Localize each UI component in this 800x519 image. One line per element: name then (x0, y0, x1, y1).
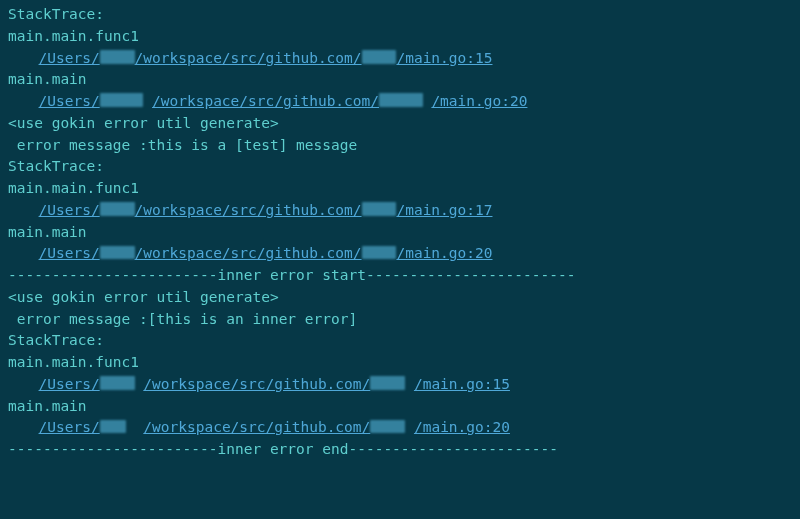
stack-path-line: /Users/ /workspace/src/github.com/ /main… (8, 417, 792, 439)
stack-frame-func1: main.main.func1 (8, 178, 792, 200)
gokin-header: <use gokin error util generate> (8, 113, 792, 135)
file-path-link[interactable]: /workspace/src/github.com/ (135, 50, 362, 66)
redacted-segment (100, 376, 135, 390)
redacted-segment (362, 246, 397, 260)
error-message: error message :this is a [test] message (8, 135, 792, 157)
file-path-link[interactable]: /Users/ (39, 93, 100, 109)
stack-frame-main: main.main (8, 222, 792, 244)
stack-frame-func1: main.main.func1 (8, 26, 792, 48)
file-path-link[interactable]: /main.go:20 (414, 419, 510, 435)
redacted-segment (100, 93, 144, 107)
redacted-segment (370, 376, 405, 390)
redacted-segment (100, 50, 135, 64)
file-path-link[interactable]: /workspace/src/github.com/ (135, 245, 362, 261)
stack-path-line: /Users/ /workspace/src/github.com/ /main… (8, 91, 792, 113)
stack-path-line: /Users//workspace/src/github.com//main.g… (8, 243, 792, 265)
inner-error-end-divider: ------------------------inner error end-… (8, 439, 792, 461)
file-path-link[interactable]: /main.go:15 (396, 50, 492, 66)
file-path-link[interactable]: /Users/ (39, 419, 100, 435)
file-path-link[interactable]: /workspace/src/github.com/ (152, 93, 379, 109)
redacted-segment (100, 246, 135, 260)
stacktrace-label: StackTrace: (8, 156, 792, 178)
stack-frame-func1: main.main.func1 (8, 352, 792, 374)
redacted-segment (100, 202, 135, 216)
redacted-segment (379, 93, 423, 107)
file-path-link[interactable]: /workspace/src/github.com/ (143, 376, 370, 392)
redacted-segment (370, 420, 405, 434)
file-path-link[interactable]: /Users/ (39, 50, 100, 66)
file-path-link[interactable]: /Users/ (39, 202, 100, 218)
gokin-header: <use gokin error util generate> (8, 287, 792, 309)
file-path-link[interactable]: /workspace/src/github.com/ (135, 202, 362, 218)
file-path-link[interactable]: /Users/ (39, 376, 100, 392)
stack-frame-main: main.main (8, 69, 792, 91)
file-path-link[interactable]: /workspace/src/github.com/ (143, 419, 370, 435)
file-path-link[interactable]: /main.go:20 (396, 245, 492, 261)
file-path-link[interactable]: /main.go:20 (431, 93, 527, 109)
stacktrace-label: StackTrace: (8, 330, 792, 352)
file-path-link[interactable]: /main.go:17 (396, 202, 492, 218)
stacktrace-label: StackTrace: (8, 4, 792, 26)
redacted-segment (362, 50, 397, 64)
redacted-segment (100, 420, 126, 434)
stack-path-line: /Users/ /workspace/src/github.com/ /main… (8, 374, 792, 396)
file-path-link[interactable]: /main.go:15 (414, 376, 510, 392)
stack-frame-main: main.main (8, 396, 792, 418)
file-path-link[interactable]: /Users/ (39, 245, 100, 261)
stack-path-line: /Users//workspace/src/github.com//main.g… (8, 48, 792, 70)
terminal-output: StackTrace: main.main.func1 /Users//work… (8, 4, 792, 461)
error-message: error message :[this is an inner error] (8, 309, 792, 331)
redacted-segment (362, 202, 397, 216)
stack-path-line: /Users//workspace/src/github.com//main.g… (8, 200, 792, 222)
inner-error-start-divider: ------------------------inner error star… (8, 265, 792, 287)
